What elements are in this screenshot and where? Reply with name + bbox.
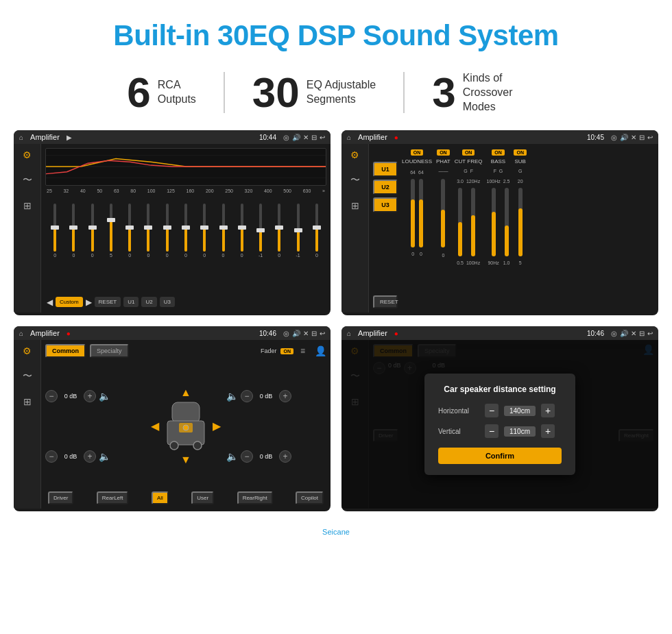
eq-tune-icon[interactable]: ⚙ (23, 149, 32, 160)
fader-tune-icon[interactable]: ⚙ (23, 345, 32, 356)
vol-plus-fl[interactable]: + (84, 390, 96, 402)
fader-bottom-btns: Driver RearLeft All User RearRight Copil… (45, 491, 326, 504)
back-icon-3[interactable]: ↩ (320, 330, 325, 337)
u2-btn[interactable]: U2 (141, 297, 156, 307)
amp-u2-btn[interactable]: U2 (373, 180, 398, 195)
more-icon[interactable]: » (322, 188, 325, 193)
amp-wave-icon[interactable]: 〜 (350, 174, 360, 186)
home-icon-2[interactable]: ⌂ (347, 134, 351, 141)
eq-wave-icon[interactable]: 〜 (23, 174, 32, 186)
eq-slider-8[interactable]: 0 (178, 204, 194, 258)
screen2-time: 10:45 (587, 134, 604, 141)
arrow-down-icon[interactable]: ▼ (180, 454, 191, 466)
vol-plus-rr[interactable]: + (279, 450, 291, 463)
vol-plus-rl[interactable]: + (84, 450, 96, 463)
play-icon[interactable]: ▶ (67, 134, 72, 141)
vol-plus-fr[interactable]: + (279, 390, 291, 402)
close-icon-2[interactable]: ✕ (631, 134, 636, 141)
copilot-btn[interactable]: Copilot (296, 491, 324, 504)
arrow-left-icon[interactable]: ◀ (151, 419, 159, 432)
eq-slider-12[interactable]: -1 (252, 204, 269, 258)
sub-on[interactable]: ON (514, 149, 527, 156)
eq-slider-10[interactable]: 0 (215, 204, 231, 258)
eq-slider-5[interactable]: 0 (121, 204, 138, 258)
all-btn[interactable]: All (152, 491, 169, 504)
cutfreq-slider-1[interactable] (458, 188, 462, 256)
reset-btn-1[interactable]: RESET (95, 297, 121, 307)
stat-eq: 30 EQ AdjustableSegments (225, 71, 403, 114)
vol-minus-rr[interactable]: − (241, 450, 253, 463)
user-profile-icon[interactable]: 👤 (315, 345, 326, 356)
sub-slider[interactable] (518, 188, 523, 256)
vol-minus-fl[interactable]: − (45, 390, 58, 402)
eq-slider-3[interactable]: 0 (84, 204, 101, 258)
home-icon-4[interactable]: ⌂ (347, 330, 351, 337)
rear-left-btn[interactable]: RearLeft (97, 491, 129, 504)
home-icon[interactable]: ⌂ (19, 134, 23, 141)
eq-slider-7[interactable]: 0 (159, 204, 176, 258)
horizontal-minus-btn[interactable]: − (485, 404, 499, 417)
eq-slider-9[interactable]: 0 (196, 204, 213, 258)
vol-minus-fr[interactable]: − (241, 390, 253, 402)
eq-slider-2[interactable]: 0 (65, 204, 82, 258)
stat-rca-label: RCAOutputs (158, 78, 196, 107)
eq-prev-icon[interactable]: ◀ (47, 297, 53, 307)
specialty-tab[interactable]: Specialty (90, 344, 129, 358)
loudness-slider-2[interactable] (419, 179, 423, 247)
cutfreq-on[interactable]: ON (462, 149, 475, 156)
bass-on[interactable]: ON (492, 149, 505, 156)
volume-icon-4: 🔊 (620, 330, 628, 337)
vertical-plus-btn[interactable]: + (541, 424, 555, 438)
window-icon-2[interactable]: ⊟ (639, 134, 645, 141)
vertical-minus-btn[interactable]: − (485, 424, 499, 438)
u1-btn[interactable]: U1 (123, 297, 139, 307)
close-icon-3[interactable]: ✕ (303, 330, 309, 337)
window-icon-4[interactable]: ⊟ (639, 330, 645, 337)
eq-slider-13[interactable]: 0 (271, 204, 287, 258)
driver-btn[interactable]: Driver (48, 491, 73, 504)
amp-u1-btn[interactable]: U1 (373, 162, 398, 177)
user-btn[interactable]: User (191, 491, 214, 504)
eq-slider-1[interactable]: 0 (47, 204, 63, 258)
phat-on[interactable]: ON (437, 149, 450, 156)
window-icon-3[interactable]: ⊟ (311, 330, 317, 337)
cutfreq-slider-2[interactable] (471, 188, 475, 256)
back-icon-2[interactable]: ↩ (647, 134, 653, 141)
eq-slider-14[interactable]: -1 (289, 204, 306, 258)
amp-speaker-icon[interactable]: ⊞ (351, 200, 359, 211)
fader-on-badge[interactable]: ON (280, 348, 293, 354)
eq-speaker-icon[interactable]: ⊞ (23, 200, 32, 211)
amp-reset-btn[interactable]: RESET (373, 295, 398, 308)
back-icon-4[interactable]: ↩ (647, 330, 653, 337)
loudness-slider[interactable] (411, 179, 415, 247)
horizontal-plus-btn[interactable]: + (541, 404, 555, 417)
rear-right-btn[interactable]: RearRight (237, 491, 273, 504)
phat-slider[interactable] (441, 179, 445, 247)
eq-slider-15[interactable]: 0 (309, 204, 325, 258)
custom-btn[interactable]: Custom (56, 297, 83, 307)
fader-speaker-icon[interactable]: ⊞ (23, 396, 32, 407)
amp-u3-btn[interactable]: U3 (373, 197, 398, 212)
status-bar-3: ⌂ Amplifier ● 10:46 ◎ 🔊 ✕ ⊟ ↩ (14, 326, 331, 340)
eq-slider-6[interactable]: 0 (140, 204, 156, 258)
fader-wave-icon[interactable]: 〜 (23, 370, 32, 382)
vol-minus-rl[interactable]: − (45, 450, 58, 463)
freq-630: 630 (303, 188, 311, 193)
back-icon[interactable]: ↩ (320, 134, 325, 141)
loudness-on[interactable]: ON (411, 149, 424, 156)
bass-slider-2[interactable] (505, 188, 509, 256)
u3-btn[interactable]: U3 (160, 297, 175, 307)
close-icon-4[interactable]: ✕ (631, 330, 636, 337)
close-icon-1[interactable]: ✕ (303, 134, 309, 141)
common-tab[interactable]: Common (45, 344, 86, 358)
confirm-button[interactable]: Confirm (438, 448, 562, 464)
amp-tune-icon[interactable]: ⚙ (350, 149, 359, 160)
bass-slider-1[interactable] (492, 188, 496, 256)
home-icon-3[interactable]: ⌂ (19, 330, 23, 337)
eq-next-icon[interactable]: ▶ (86, 297, 92, 307)
eq-slider-11[interactable]: 0 (234, 204, 250, 258)
window-icon[interactable]: ⊟ (311, 134, 317, 141)
eq-slider-4[interactable]: 5 (103, 204, 119, 258)
arrow-up-icon[interactable]: ▲ (180, 387, 191, 399)
arrow-right-icon[interactable]: ▶ (213, 419, 221, 432)
